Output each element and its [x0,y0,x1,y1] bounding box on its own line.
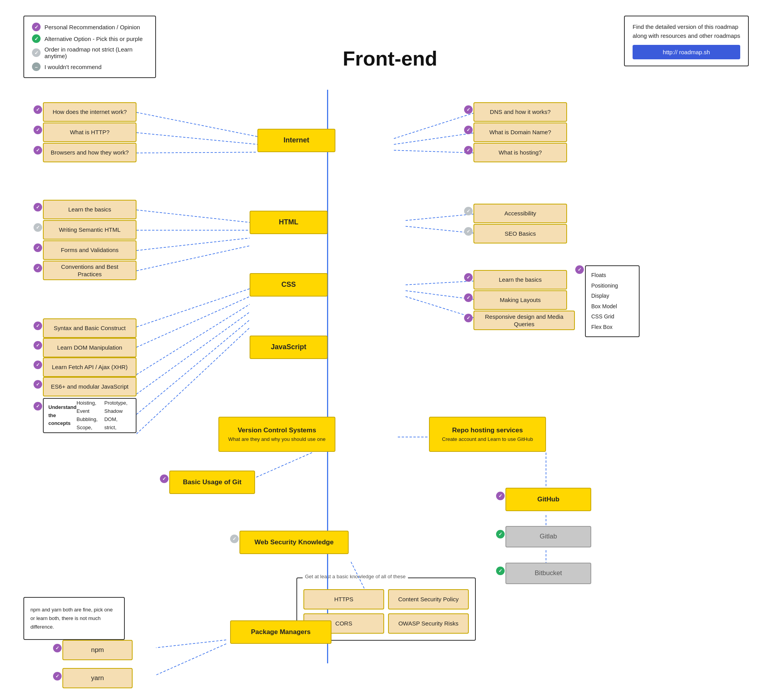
learn-basics-css-node: Learn the basics [473,270,567,290]
svg-line-8 [136,238,250,251]
svg-line-14 [136,320,250,414]
info-box-text: Find the detailed version of this roadma… [633,23,740,40]
vcs-sub: What are they and why you should use one [228,436,325,443]
badge-domain: ✓ [464,126,473,134]
responsive-node: Responsive design and Media Queries [473,311,575,330]
legend-item-personal: ✓ Personal Recommendation / Opinion [32,23,147,31]
badge-conventions: ✓ [34,264,42,272]
csp-cell: Content Security Policy [388,589,469,609]
badge-basic-git: ✓ [160,474,168,483]
badge-responsive: ✓ [464,314,473,322]
badge-fetch: ✓ [34,361,42,369]
svg-line-1 [136,133,257,144]
badge-yarn: ✓ [53,672,62,680]
css-detail-flexbox: Flex Box [591,322,633,332]
https-cell: HTTPS [303,589,384,609]
badge-syntax: ✓ [34,322,42,330]
gitlab-node: Gitlab [505,526,591,547]
badge-learn-dom: ✓ [34,341,42,350]
syntax-node: Syntax and Basic Construct [43,318,136,338]
css-detail-display: Display [591,291,633,301]
css-detail-positioning: Positioning [591,281,633,291]
fetch-node: Learn Fetch API / Ajax (XHR) [43,357,136,377]
svg-line-6 [136,210,250,222]
basic-git-node: Basic Usage of Git [169,471,255,494]
svg-line-12 [136,304,250,375]
svg-line-18 [406,281,476,285]
bitbucket-node: Bitbucket [505,563,591,584]
internet-node: Internet [257,129,335,152]
svg-line-11 [136,297,250,347]
badge-gitlab: ✓ [496,530,505,538]
badge-how-internet: ✓ [34,105,42,114]
svg-line-0 [136,112,257,137]
vcs-node: Version Control Systems What are they an… [218,417,335,452]
gray-dark-icon: – [32,62,41,71]
badge-forms: ✓ [34,243,42,252]
info-box: Find the detailed version of this roadma… [624,16,749,66]
legend-item-order: ✓ Order in roadmap not strict (Learn any… [32,46,147,59]
repo-sub: Create account and Learn to use GitHub [442,436,533,443]
badge-http: ✓ [34,126,42,134]
vcs-main: Version Control Systems [238,426,316,435]
what-http-node: What is HTTP? [43,123,136,142]
npm-node: npm [62,640,133,660]
legend: ✓ Personal Recommendation / Opinion ✓ Al… [23,16,156,78]
badge-learn-basics-css: ✓ [464,273,473,282]
seo-node: SEO Basics [473,224,567,243]
page-title: Front-end [343,47,438,70]
repo-hosting-node: Repo hosting services Create account and… [429,417,546,452]
hosting-node: What is hosting? [473,143,567,162]
svg-line-27 [156,640,226,648]
svg-line-9 [136,246,250,271]
javascript-node: JavaScript [250,336,328,359]
repo-main: Repo hosting services [452,426,523,435]
svg-line-28 [156,644,226,675]
css-details-box: Floats Positioning Display Box Model CSS… [585,265,640,337]
green-check-icon: ✓ [32,34,41,43]
domain-node: What is Domain Name? [473,123,567,142]
badge-seo: ✓ [464,227,473,236]
legend-item-not-recommended: – I wouldn't recommend [32,62,147,71]
css-detail-floats: Floats [591,270,633,281]
svg-line-10 [136,289,250,327]
svg-line-13 [136,312,250,394]
css-node: CSS [250,273,328,297]
svg-line-22 [246,453,312,482]
browsers-node: Browsers and how they work? [43,143,136,162]
svg-line-2 [136,152,257,153]
learn-dom-node: Learn DOM Manipulation [43,338,136,357]
forms-node: Forms and Validations [43,240,136,260]
github-node: GitHub [505,488,591,511]
package-managers-node: Package Managers [230,620,332,644]
conventions-node: Conventions and Best Practices [43,261,136,280]
badge-writing-semantic: ✓ [34,223,42,232]
roadmap-link[interactable]: http:// roadmap.sh [633,45,740,59]
purple-check-icon: ✓ [32,23,41,31]
svg-line-16 [406,214,476,220]
badge-css-details: ✓ [575,265,584,274]
es6-node: ES6+ and modular JavaScript [43,377,136,396]
learn-basics-html-node: Learn the basics [43,200,136,219]
security-grid-title: Get at least a basic knowledge of all of… [303,574,408,579]
badge-browsers: ✓ [34,146,42,155]
svg-line-5 [394,150,476,153]
dns-node: DNS and how it works? [473,102,567,122]
badge-hosting: ✓ [464,146,473,155]
how-internet-node: How does the internet work? [43,102,136,122]
web-security-node: Web Security Knowledge [239,531,349,554]
badge-accessibility: ✓ [464,207,473,215]
badge-bitbucket: ✓ [496,567,505,575]
owasp-cell: OWASP Security Risks [388,613,469,634]
badge-dns: ✓ [464,105,473,114]
writing-semantic-node: Writing Semantic HTML [43,220,136,240]
understand-concepts-node: Understand the concepts Hoisting, Event … [43,398,136,433]
html-node: HTML [250,211,328,234]
badge-es6: ✓ [34,380,42,389]
npm-note-box: npm and yarn both are fine, pick one or … [23,597,125,640]
accessibility-node: Accessibility [473,204,567,223]
badge-understand: ✓ [34,402,42,410]
badge-npm: ✓ [53,644,62,652]
css-detail-cssgrid: CSS Grid [591,311,633,322]
making-layouts-node: Making Layouts [473,290,567,310]
